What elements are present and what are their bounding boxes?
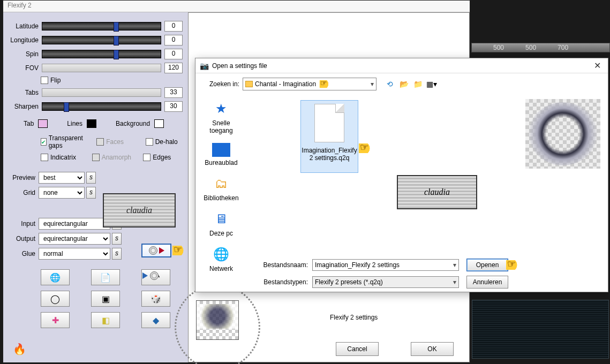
chevron-down-icon: ▾ — [453, 261, 456, 269]
cancel-button[interactable]: Cancel — [336, 342, 379, 356]
input-label: Input — [9, 220, 35, 228]
file-page-icon — [314, 104, 344, 142]
play-icon — [159, 247, 164, 254]
new-folder-icon[interactable]: 📁 — [413, 79, 423, 89]
indicatrix-label: Indicatrix — [50, 154, 76, 161]
glue-label: Glue — [9, 250, 35, 257]
spin-slider[interactable] — [42, 50, 161, 58]
hand-cursor-icon — [506, 260, 521, 270]
place-libraries[interactable]: 🗂Bibliotheken — [200, 175, 243, 202]
load-preset-button[interactable] — [141, 244, 171, 257]
filename-value: Imagination_Flexify 2 settings — [315, 261, 400, 269]
anamorph-checkbox — [92, 154, 100, 161]
flip-checkbox[interactable] — [41, 77, 48, 84]
disc-icon — [150, 271, 159, 280]
faces-label: Faces — [106, 138, 124, 146]
output-select[interactable]: equirectangular — [39, 233, 110, 245]
edges-label: Edges — [153, 154, 171, 161]
grid-label: Grid — [9, 189, 35, 196]
file-thumbnail-preview — [525, 99, 600, 169]
grid-s-button[interactable]: s — [86, 187, 96, 199]
grid-select[interactable]: none — [39, 187, 85, 199]
icon-button-square[interactable]: ▣ — [91, 291, 120, 307]
mini-preview — [196, 300, 239, 340]
preview-label: Preview — [9, 174, 35, 181]
icon-button-gem[interactable]: ◆ — [141, 312, 170, 328]
tabs-slider-label: Tabs — [9, 89, 39, 96]
filename-label: Bestandsnaam: — [254, 261, 308, 269]
open-button[interactable]: Openen — [466, 259, 508, 271]
search-in-label: Zoeken in: — [205, 80, 239, 88]
filetype-value: Flexify 2 presets (*.q2q) — [315, 278, 383, 286]
transparent-gaps-checkbox[interactable] — [41, 138, 47, 146]
settings-label: Flexify 2 settings — [330, 314, 378, 321]
view-menu-icon[interactable]: ▦▾ — [427, 79, 436, 89]
chevron-down-icon: ▾ — [371, 80, 374, 88]
folder-combo-value: Chantal - Imagination — [255, 80, 316, 88]
edges-checkbox[interactable] — [143, 154, 150, 161]
flip-label: Flip — [50, 77, 61, 84]
save-preset-button[interactable] — [142, 271, 159, 280]
latitude-slider[interactable] — [42, 22, 161, 31]
anamorph-label: Anamorph — [102, 154, 131, 161]
hand-cursor-icon — [320, 80, 332, 88]
lines-color-swatch[interactable] — [87, 119, 96, 128]
hand-cursor-icon — [172, 246, 187, 255]
latitude-value[interactable]: 0 — [164, 21, 183, 32]
background-swatch-label: Background — [116, 120, 150, 127]
output-s-button[interactable]: s — [112, 233, 122, 245]
lines-swatch-label: Lines — [67, 120, 82, 127]
spin-value[interactable]: 0 — [164, 49, 183, 59]
place-this-pc[interactable]: 🖥Deze pc — [200, 210, 243, 237]
place-network[interactable]: 🌐Netwerk — [200, 246, 243, 272]
glue-select[interactable]: normal — [39, 248, 110, 260]
close-button[interactable]: ✕ — [591, 60, 604, 71]
tabs-value[interactable]: 33 — [164, 87, 183, 98]
indicatrix-checkbox[interactable] — [41, 154, 48, 161]
preview-select[interactable]: best — [39, 172, 85, 184]
filetype-label: Bestandstypen: — [254, 278, 308, 286]
icon-button-ring[interactable]: ◯ — [41, 291, 70, 307]
sharpen-slider[interactable] — [42, 102, 161, 111]
icon-button-2[interactable]: 📄 — [91, 269, 120, 285]
dehalo-checkbox[interactable] — [146, 138, 153, 146]
fov-value[interactable]: 120 — [164, 63, 183, 73]
icon-button-random[interactable]: 🎲 — [141, 291, 170, 307]
longitude-slider[interactable] — [42, 36, 161, 44]
filename-combo[interactable]: Imagination_Flexify 2 settings ▾ — [312, 259, 459, 271]
fov-label: FOV — [9, 64, 39, 72]
file-item-selected[interactable]: Imagination_Flexify2 settings.q2q — [300, 100, 358, 173]
up-folder-icon[interactable]: 📂 — [399, 79, 409, 89]
file-open-dialog: 📷 Open a settings file ✕ Zoeken in: Chan… — [195, 58, 608, 292]
input-select[interactable]: equirectangular — [39, 218, 110, 230]
background-color-swatch[interactable] — [154, 119, 164, 128]
tabs-slider[interactable] — [42, 88, 161, 97]
folder-icon — [245, 81, 253, 87]
ok-button[interactable]: OK — [411, 342, 454, 356]
longitude-value[interactable]: 0 — [164, 35, 183, 46]
icon-button-1[interactable]: 🌐 — [41, 269, 70, 285]
spin-label: Spin — [9, 50, 39, 58]
play-icon — [142, 272, 148, 279]
background-image-strip — [472, 300, 609, 359]
sharpen-value[interactable]: 30 — [164, 101, 183, 112]
tab-color-swatch[interactable] — [38, 119, 48, 128]
latitude-label: Latitude — [9, 22, 39, 30]
fov-slider[interactable] — [42, 64, 161, 72]
place-quick-access[interactable]: ★Snelle toegang — [200, 100, 243, 134]
place-desktop[interactable]: Bureaublad — [200, 143, 243, 166]
folder-combo[interactable]: Chantal - Imagination ▾ — [243, 78, 376, 90]
camera-icon: 📷 — [200, 62, 209, 70]
output-label: Output — [9, 235, 35, 242]
filetype-combo[interactable]: Flexify 2 presets (*.q2q) ▾ — [312, 276, 459, 288]
glue-s-button[interactable]: s — [112, 248, 122, 260]
tab-swatch-label: Tab — [24, 120, 34, 127]
file-name-line2: 2 settings.q2q — [310, 154, 350, 162]
flexify-titlebar: Flexify 2 — [3, 1, 470, 12]
back-icon[interactable]: ⟲ — [385, 79, 395, 89]
icon-button-block[interactable]: ◧ — [91, 312, 120, 328]
hand-cursor-icon — [359, 143, 374, 153]
file-cancel-button[interactable]: Annuleren — [466, 276, 508, 289]
preview-s-button[interactable]: s — [86, 172, 96, 184]
icon-button-plus[interactable]: ✚ — [41, 312, 70, 328]
